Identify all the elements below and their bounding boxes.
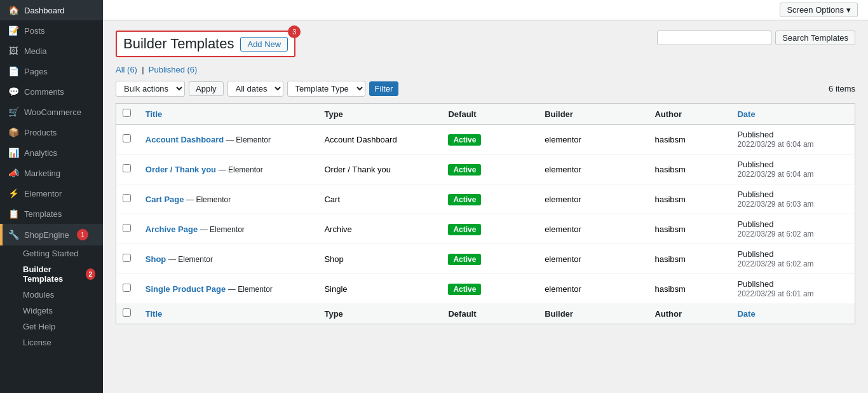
col-header-title[interactable]: Title: [139, 104, 318, 125]
col-footer-type: Type: [318, 303, 442, 324]
row-author-0: hasibsm: [648, 125, 731, 155]
elementor-icon: ⚡: [8, 188, 19, 198]
chevron-down-icon: ▾: [846, 5, 851, 15]
shopengine-submenu: Getting Started Builder Templates 2 Modu…: [0, 245, 103, 350]
sidebar-label-products: Products: [24, 128, 57, 137]
sidebar-label-marketing: Marketing: [24, 169, 60, 178]
sidebar-subitem-license[interactable]: License: [18, 334, 103, 350]
sidebar-item-pages[interactable]: 📄 Pages: [0, 61, 103, 81]
row-type-5: Single: [318, 274, 442, 304]
sidebar-item-woocommerce[interactable]: 🛒 WooCommerce: [0, 102, 103, 122]
add-new-button[interactable]: Add New: [240, 37, 288, 52]
row-type-0: Account Dashboard: [318, 125, 442, 155]
sidebar-item-dashboard[interactable]: 🏠 Dashboard: [0, 0, 103, 20]
row-title-link-4[interactable]: Shop: [146, 254, 166, 264]
row-builder-1: elementor: [538, 155, 648, 184]
row-builder-4: elementor: [538, 244, 648, 274]
row-title-link-1[interactable]: Order / Thank you: [146, 165, 216, 174]
sidebar-item-marketing[interactable]: 📣 Marketing: [0, 163, 103, 183]
row-type-1: Order / Thank you: [318, 155, 442, 184]
row-checkbox-0[interactable]: [123, 134, 131, 142]
topbar: Screen Options ▾: [103, 0, 868, 20]
row-subtitle-1: — Elementor: [219, 165, 263, 174]
sidebar-item-analytics[interactable]: 📊 Analytics: [0, 142, 103, 163]
sidebar-item-shopengine[interactable]: 🔧 ShopEngine 1: [0, 224, 103, 245]
col-header-type: Type: [318, 104, 442, 125]
sidebar-label-posts: Posts: [24, 26, 45, 36]
row-title-link-5[interactable]: Single Product Page: [146, 284, 226, 294]
sidebar-item-products[interactable]: 📦 Products: [0, 122, 103, 142]
select-all-checkbox[interactable]: [123, 109, 131, 117]
row-type-2: Cart: [318, 184, 442, 214]
pages-icon: 📄: [8, 66, 19, 76]
comments-icon: 💬: [8, 86, 19, 97]
search-input[interactable]: [657, 31, 771, 45]
shopengine-icon: 🔧: [8, 230, 19, 240]
active-badge-2: Active: [448, 194, 481, 205]
template-type-select[interactable]: Template Type: [287, 81, 365, 97]
table-row: Single Product Page — Elementor Single A…: [116, 274, 855, 304]
sidebar-subitem-widgets[interactable]: Widgets: [18, 303, 103, 319]
content-area: Builder Templates Add New 3 Search Templ…: [103, 20, 868, 393]
filter-links: All (6) | Published (6): [116, 65, 855, 74]
sidebar-label-analytics: Analytics: [24, 148, 57, 158]
col-header-date[interactable]: Date: [731, 104, 855, 125]
analytics-icon: 📊: [8, 148, 19, 158]
sidebar-label-shopengine: ShopEngine: [24, 230, 69, 240]
col-header-author: Author: [648, 104, 731, 125]
row-checkbox-3[interactable]: [123, 224, 131, 232]
sidebar: 🏠 Dashboard 📝 Posts 🖼 Media 📄 Pages 💬 Co…: [0, 0, 103, 393]
col-footer-date[interactable]: Date: [731, 303, 855, 324]
search-templates-button[interactable]: Search Templates: [775, 31, 855, 45]
templates-table: Title Type Default Builder Author Date A…: [116, 103, 855, 324]
sidebar-subitem-get-help[interactable]: Get Help: [18, 319, 103, 334]
row-date-5: Published 2022/03/29 at 6:01 am: [731, 274, 855, 304]
sidebar-subitem-modules[interactable]: Modules: [18, 287, 103, 303]
screen-options-button[interactable]: Screen Options ▾: [780, 3, 858, 17]
active-badge-1: Active: [448, 164, 481, 176]
row-author-4: hasibsm: [648, 244, 731, 274]
filter-bar: Bulk actions Apply All dates Template Ty…: [116, 81, 855, 97]
row-date-2: Published 2022/03/29 at 6:03 am: [731, 184, 855, 214]
sidebar-item-templates[interactable]: 📋 Templates: [0, 203, 103, 224]
col-footer-title[interactable]: Title: [139, 303, 318, 324]
select-all-footer-checkbox[interactable]: [123, 308, 131, 317]
products-icon: 📦: [8, 127, 19, 137]
row-builder-3: elementor: [538, 214, 648, 244]
shopengine-badge: 1: [77, 229, 88, 240]
all-dates-select[interactable]: All dates: [227, 81, 283, 97]
row-title-link-2[interactable]: Cart Page: [146, 195, 184, 204]
row-checkbox-5[interactable]: [123, 284, 131, 292]
sidebar-item-posts[interactable]: 📝 Posts: [0, 20, 103, 41]
sidebar-item-comments[interactable]: 💬 Comments: [0, 81, 103, 102]
table-row: Order / Thank you — Elementor Order / Th…: [116, 155, 855, 184]
active-badge-3: Active: [448, 224, 481, 235]
filter-all-link[interactable]: All (6): [116, 65, 137, 74]
filter-button[interactable]: Filter: [369, 81, 399, 96]
row-default-4: Active: [442, 244, 538, 274]
row-default-3: Active: [442, 214, 538, 244]
col-footer-builder: Builder: [538, 303, 648, 324]
sidebar-subitem-getting-started[interactable]: Getting Started: [18, 245, 103, 261]
row-checkbox-4[interactable]: [123, 254, 131, 262]
col-footer-author: Author: [648, 303, 731, 324]
row-checkbox-1[interactable]: [123, 164, 131, 172]
sidebar-label-pages: Pages: [24, 67, 48, 76]
sidebar-item-elementor[interactable]: ⚡ Elementor: [0, 183, 103, 203]
row-checkbox-2[interactable]: [123, 194, 131, 202]
dashboard-icon: 🏠: [8, 5, 19, 15]
table-row: Account Dashboard — Elementor Account Da…: [116, 125, 855, 155]
row-default-0: Active: [442, 125, 538, 155]
row-subtitle-2: — Elementor: [186, 195, 231, 204]
bulk-actions-select[interactable]: Bulk actions: [116, 81, 185, 97]
apply-button[interactable]: Apply: [189, 81, 224, 96]
sidebar-subitem-builder-templates[interactable]: Builder Templates 2: [18, 261, 103, 287]
row-title-link-0[interactable]: Account Dashboard: [146, 135, 224, 144]
media-icon: 🖼: [8, 46, 19, 56]
row-title-link-3[interactable]: Archive Page: [146, 224, 198, 234]
header-row: Builder Templates Add New 3 Search Templ…: [116, 31, 855, 62]
row-subtitle-5: — Elementor: [228, 285, 273, 294]
filter-published-link[interactable]: Published (6): [149, 65, 198, 74]
sidebar-item-media[interactable]: 🖼 Media: [0, 41, 103, 61]
row-subtitle-4: — Elementor: [168, 255, 213, 264]
